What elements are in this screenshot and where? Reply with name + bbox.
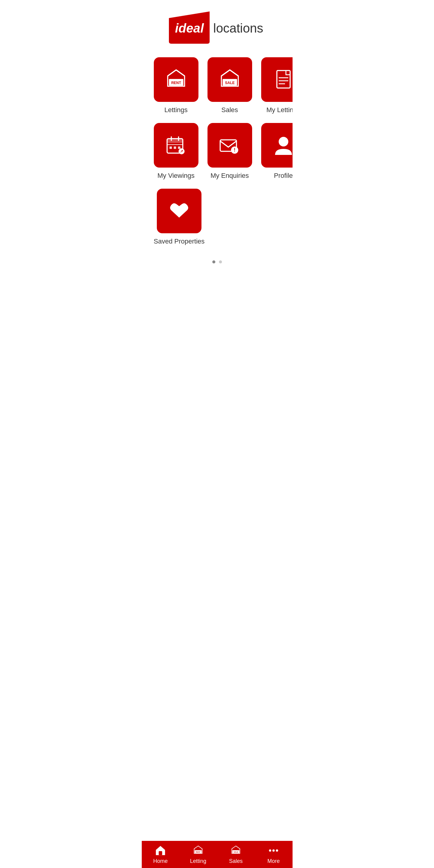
- my-viewings-icon-box: ↗: [154, 123, 198, 167]
- svg-point-39: [272, 849, 275, 852]
- svg-rect-23: [178, 147, 180, 149]
- svg-line-6: [176, 70, 184, 76]
- my-viewings-label: My Viewings: [157, 172, 195, 180]
- rent-sign-icon: RENT: [164, 67, 188, 92]
- grid-row-2: ↗ My Viewings ! My Enquiries: [154, 123, 281, 180]
- grid-row-1: RENT Lettings SALE Sales: [154, 57, 281, 114]
- svg-text:RENT: RENT: [171, 81, 181, 85]
- calendar-icon: ↗: [164, 133, 188, 157]
- svg-text:↗: ↗: [180, 149, 183, 153]
- dot-1: [212, 260, 215, 264]
- nav-letting[interactable]: RENT Letting: [179, 841, 217, 868]
- sales-label: Sales: [221, 106, 238, 114]
- lettings-icon-box: RENT: [154, 57, 198, 102]
- svg-point-38: [269, 849, 271, 852]
- svg-point-29: [279, 137, 288, 147]
- my-lettings-item[interactable]: My Lettings: [261, 57, 293, 114]
- envelope-alert-icon: !: [218, 133, 242, 157]
- nav-sales[interactable]: SALE Sales: [217, 841, 255, 868]
- my-lettings-label: My Lettings: [266, 106, 292, 114]
- svg-rect-31: [158, 851, 162, 855]
- profile-icon-box: [261, 123, 293, 167]
- nav-sales-label: Sales: [229, 858, 242, 864]
- saved-properties-icon-box: [157, 189, 201, 233]
- main-grid: RENT Lettings SALE Sales: [142, 51, 293, 273]
- pagination-dots: [154, 254, 281, 267]
- svg-rect-12: [277, 70, 290, 88]
- saved-properties-item[interactable]: Saved Properties: [154, 189, 205, 245]
- dot-2: [219, 260, 222, 264]
- svg-rect-17: [167, 138, 183, 143]
- svg-text:SALE: SALE: [233, 851, 238, 852]
- grid-row-3: Saved Properties: [154, 189, 281, 245]
- sales-item[interactable]: SALE Sales: [207, 57, 252, 114]
- profile-label: Profile: [274, 172, 292, 180]
- my-enquiries-icon-box: !: [207, 123, 252, 167]
- lettings-item[interactable]: RENT Lettings: [154, 57, 198, 114]
- person-icon: [271, 133, 293, 157]
- svg-text:SALE: SALE: [225, 81, 234, 85]
- svg-line-10: [221, 70, 230, 76]
- svg-rect-22: [174, 147, 176, 149]
- svg-text:locations: locations: [213, 21, 263, 35]
- svg-text:RENT: RENT: [196, 851, 201, 852]
- svg-text:!: !: [234, 147, 235, 153]
- logo: ideal locations: [166, 9, 268, 45]
- saved-properties-label: Saved Properties: [154, 238, 205, 245]
- home-icon: [155, 845, 166, 856]
- lettings-label: Lettings: [164, 106, 187, 114]
- svg-line-11: [230, 70, 238, 76]
- svg-point-40: [276, 849, 279, 852]
- dots-icon: [268, 845, 279, 856]
- nav-home-label: Home: [153, 858, 168, 864]
- nav-more[interactable]: More: [255, 841, 293, 868]
- logo-area: ideal locations: [142, 0, 293, 51]
- my-viewings-item[interactable]: ↗ My Viewings: [154, 123, 198, 180]
- bottom-nav: Home RENT Letting SALE Sales More: [142, 841, 293, 868]
- svg-text:ideal: ideal: [175, 21, 204, 35]
- svg-line-5: [168, 70, 176, 76]
- my-lettings-icon-box: [261, 57, 293, 102]
- nav-rent-icon: RENT: [193, 845, 204, 856]
- sales-icon-box: SALE: [207, 57, 252, 102]
- document-icon: [271, 67, 293, 92]
- heart-icon: [167, 199, 191, 223]
- my-enquiries-label: My Enquiries: [210, 172, 249, 180]
- profile-item[interactable]: Profile: [261, 123, 293, 180]
- nav-home[interactable]: Home: [142, 841, 179, 868]
- nav-sale-icon: SALE: [230, 845, 241, 856]
- sale-sign-icon: SALE: [218, 67, 242, 92]
- svg-rect-21: [170, 147, 172, 149]
- nav-more-label: More: [267, 858, 280, 864]
- my-enquiries-item[interactable]: ! My Enquiries: [207, 123, 252, 180]
- nav-letting-label: Letting: [190, 858, 206, 864]
